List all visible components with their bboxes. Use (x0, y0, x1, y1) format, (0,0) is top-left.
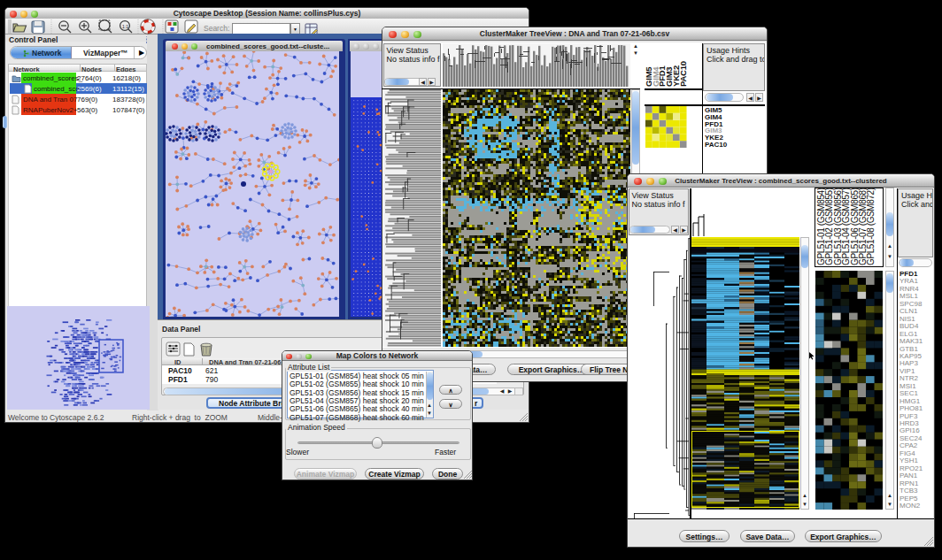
svg-text:1:1: 1:1 (122, 24, 128, 29)
